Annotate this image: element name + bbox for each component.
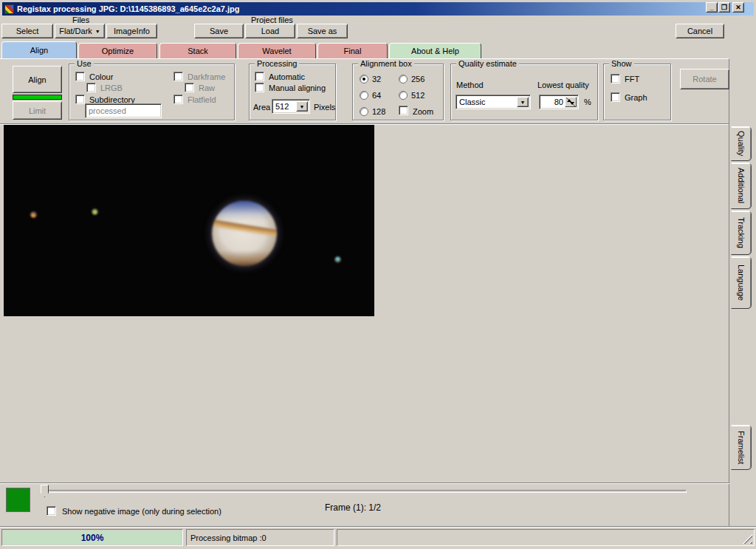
progress-bar: 100%	[1, 529, 183, 546]
area-select[interactable]: 512 ▼	[272, 99, 310, 114]
show-negative-checkbox[interactable]	[47, 506, 56, 516]
status-empty-panel	[337, 529, 755, 546]
alignment-512-radio[interactable]	[399, 91, 408, 100]
darkframe-label: Darkframe	[188, 72, 225, 81]
raw-checkbox[interactable]	[185, 83, 194, 92]
jupiter-image	[212, 201, 277, 266]
titlebar[interactable]: Registax processing JPG: D:\1145386893_a…	[2, 2, 754, 16]
progress-value: 100%	[3, 531, 182, 545]
registax-window: { "window": { "title": "Registax process…	[0, 0, 756, 549]
fft-checkbox[interactable]	[611, 74, 620, 83]
show-negative-label: Show negative image (only during selecti…	[62, 507, 221, 516]
pixels-label: Pixels	[314, 103, 335, 112]
rotate-button[interactable]: Rotate	[680, 69, 729, 89]
statusbar-separator	[0, 526, 756, 528]
method-select[interactable]: Classic ▼	[456, 95, 531, 109]
jupiter-south-shading	[212, 250, 277, 266]
lrgb-checkbox[interactable]	[86, 83, 96, 92]
app-icon	[4, 4, 14, 14]
alignment-128-radio[interactable]	[360, 107, 368, 116]
lowest-quality-label: Lowest quality	[537, 81, 589, 89]
side-tab-quality[interactable]: Quality	[731, 126, 752, 161]
alignment-256-radio[interactable]	[399, 75, 408, 83]
side-tab-framelist[interactable]: Framelist	[731, 425, 752, 470]
tab-optimize[interactable]: Optimize	[78, 43, 157, 58]
raw-label: Raw	[199, 83, 215, 92]
use-group-title: Use	[75, 59, 94, 68]
show-group-title: Show	[609, 59, 634, 68]
quality-estimate-group-title: Quality estimate	[456, 59, 519, 68]
minimize-button-icon[interactable]: _	[706, 2, 718, 13]
area-label: Area	[253, 103, 270, 112]
limit-button[interactable]: Limit	[13, 101, 62, 120]
spin-updown-icon[interactable]	[565, 97, 577, 107]
manual-aligning-checkbox[interactable]	[255, 83, 264, 92]
moon-dot	[92, 208, 98, 215]
chevron-down-icon: ▼	[95, 29, 100, 34]
lrgb-label: LRGB	[100, 83, 123, 92]
zoom-label: Zoom	[413, 107, 433, 116]
processing-groupbox: Processing Automatic Manual aligning Are…	[249, 64, 336, 120]
frame-counter-label: Frame (1): 1/2	[325, 502, 381, 513]
align-active-indicator	[13, 95, 62, 100]
automatic-checkbox[interactable]	[255, 72, 264, 81]
flatfield-label: Flatfield	[188, 95, 216, 104]
alignment-128-label: 128	[372, 107, 385, 116]
method-dropdown-icon[interactable]: ▼	[517, 97, 529, 107]
darkframe-checkbox[interactable]	[173, 72, 183, 81]
side-tab-language[interactable]: Language	[731, 256, 752, 309]
tab-about-help[interactable]: About & Help	[389, 43, 481, 58]
select-button[interactable]: Select	[1, 24, 53, 38]
restore-button-icon[interactable]: ❐	[718, 2, 730, 13]
alignment-32-radio[interactable]	[360, 75, 368, 83]
window-title: Registax processing JPG: D:\1145386893_a…	[17, 4, 239, 13]
alignmentbox-group-title: Alignment box	[358, 59, 414, 68]
alignment-256-label: 256	[411, 75, 425, 83]
save-button[interactable]: Save	[194, 24, 244, 38]
tab-wavelet[interactable]: Wavelet	[238, 43, 316, 58]
percent-label: %	[584, 98, 591, 106]
alignment-32-label: 32	[372, 75, 381, 83]
graph-checkbox[interactable]	[611, 92, 620, 102]
moon-dot	[30, 211, 37, 218]
subdirectory-checkbox[interactable]	[75, 95, 85, 104]
side-tab-additional[interactable]: Additional	[731, 163, 752, 209]
colour-checkbox[interactable]	[75, 72, 85, 81]
bottom-separator	[0, 482, 729, 484]
alignment-64-label: 64	[372, 91, 381, 100]
alignmentbox-groupbox: Alignment box 32 64 128 256 512 Zoom	[352, 64, 444, 120]
jupiter-equatorial-band	[212, 219, 277, 238]
moon-dot	[334, 256, 341, 263]
frame-status-square	[6, 488, 30, 512]
cancel-button[interactable]: Cancel	[676, 24, 724, 38]
fft-label: FFT	[625, 75, 639, 83]
show-groupbox: Show FFT Graph	[603, 64, 671, 120]
imageinfo-button[interactable]: ImageInfo	[106, 24, 157, 38]
flatdark-button[interactable]: Flat/Dark ▼	[55, 24, 105, 38]
lowest-quality-spinner[interactable]: 80	[539, 95, 579, 109]
save-as-button[interactable]: Save as	[297, 24, 348, 38]
resize-grip-icon[interactable]	[743, 534, 752, 544]
processing-group-title: Processing	[255, 59, 299, 68]
method-label: Method	[456, 81, 484, 89]
status-message: Processing bitmap :0	[190, 533, 267, 542]
automatic-label: Automatic	[269, 72, 305, 81]
frame-slider-track[interactable]	[41, 490, 687, 493]
close-button-icon[interactable]: ✕	[732, 2, 744, 13]
alignment-64-radio[interactable]	[360, 91, 368, 100]
tab-final[interactable]: Final	[317, 43, 388, 58]
zoom-checkbox[interactable]	[399, 106, 408, 115]
frame-image-view[interactable]	[4, 125, 374, 316]
colour-label: Colour	[89, 72, 113, 81]
graph-label: Graph	[625, 93, 647, 102]
flatfield-checkbox[interactable]	[173, 95, 183, 104]
load-button[interactable]: Load	[245, 24, 295, 38]
area-dropdown-icon[interactable]: ▼	[296, 101, 308, 112]
tab-align[interactable]: Align	[1, 41, 77, 58]
subdirectory-input[interactable]: processed	[85, 103, 162, 118]
use-groupbox: Use Colour LRGB Subdirectory processed D…	[69, 64, 235, 120]
align-button[interactable]: Align	[13, 66, 62, 93]
tab-stack[interactable]: Stack	[159, 43, 236, 58]
quality-estimate-groupbox: Quality estimate Method Classic ▼ Lowest…	[450, 64, 598, 120]
side-tab-tracking[interactable]: Tracking	[731, 211, 752, 255]
